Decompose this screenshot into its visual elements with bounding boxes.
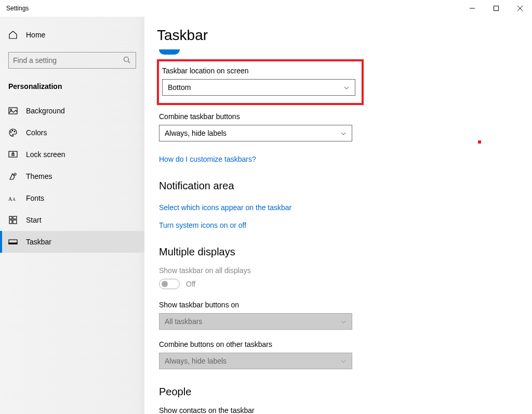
buttons-on-label: Show taskbar buttons on [159,301,532,309]
svg-point-8 [10,132,11,133]
partial-toggle-row [157,47,532,57]
start-icon [8,215,18,225]
multiple-heading: Multiple displays [157,246,532,258]
sidebar-item-label: Colors [26,128,47,137]
location-value: Bottom [168,83,191,92]
svg-rect-19 [13,220,17,224]
home-label: Home [26,31,45,39]
svg-point-13 [14,173,16,175]
maximize-icon [494,6,499,11]
category-label: Personalization [0,78,144,100]
minimize-button[interactable] [460,0,484,17]
svg-point-4 [124,57,129,62]
svg-rect-12 [12,154,14,156]
search-box[interactable] [8,52,136,69]
sidebar-item-background[interactable]: Background [0,100,144,122]
sidebar-item-label: Fonts [26,194,44,202]
svg-text:A: A [12,197,16,202]
window-title: Settings [6,5,29,12]
svg-rect-17 [13,216,17,219]
show-all-toggle [159,279,180,289]
close-icon [517,6,523,11]
sidebar-item-label: Start [26,216,42,224]
minimize-icon [470,6,475,11]
svg-line-5 [128,61,130,63]
sidebar-item-lock-screen[interactable]: Lock screen [0,144,144,165]
buttons-on-value: All taskbars [165,317,202,326]
svg-rect-1 [494,6,499,11]
home-icon [8,30,18,40]
taskbar-icon [8,237,18,247]
lock-screen-icon [8,150,18,159]
combine-select[interactable]: Always, hide labels [159,125,352,141]
select-icons-link[interactable]: Select which icons appear on the taskbar [159,203,291,212]
notification-heading: Notification area [157,180,532,192]
svg-rect-16 [9,216,12,219]
content-area: Taskbar Taskbar location on screen Botto… [144,17,532,414]
chevron-down-icon [343,84,350,90]
sidebar-item-label: Lock screen [26,150,65,159]
show-all-label: Show taskbar on all displays [157,266,532,275]
window-controls [460,0,532,17]
sidebar-item-label: Taskbar [26,238,51,246]
buttons-on-select: All taskbars [159,313,352,330]
show-all-state: Off [186,280,195,288]
maximize-button[interactable] [484,0,508,17]
picture-icon [8,106,18,115]
sidebar-item-themes[interactable]: Themes [0,165,144,187]
fonts-icon: AA [8,193,18,203]
palette-icon [8,128,18,137]
svg-rect-21 [9,243,17,244]
show-contacts-label: Show contacts on the taskbar [157,406,532,414]
sidebar-item-label: Themes [26,172,52,180]
highlight-annotation: Taskbar location on screen Bottom [157,59,364,105]
search-input[interactable] [13,56,123,64]
combine-value: Always, hide labels [165,129,227,137]
page-title: Taskbar [157,27,532,44]
chevron-down-icon [340,318,347,325]
combine-other-label: Combine buttons on other taskbars [159,340,532,348]
home-nav[interactable]: Home [0,25,144,45]
svg-point-10 [14,131,15,132]
sidebar: Home Personalization Background Colors L… [0,17,144,414]
system-icons-link[interactable]: Turn system icons on or off [159,221,246,229]
people-heading: People [157,386,532,398]
location-label: Taskbar location on screen [162,67,356,75]
svg-text:A: A [8,196,12,202]
sidebar-item-taskbar[interactable]: Taskbar [0,231,144,253]
svg-point-9 [12,130,13,131]
search-icon [123,56,131,64]
themes-icon [8,172,18,181]
close-button[interactable] [508,0,532,17]
partial-toggle[interactable] [159,49,180,55]
customize-link[interactable]: How do I customize taskbars? [159,155,256,163]
chevron-down-icon [340,130,347,136]
annotation-dot [478,140,481,144]
combine-other-value: Always, hide labels [165,357,227,365]
sidebar-item-label: Background [26,107,65,115]
sidebar-item-fonts[interactable]: AA Fonts [0,187,144,209]
svg-point-7 [10,109,12,111]
combine-label: Combine taskbar buttons [159,112,532,121]
location-select[interactable]: Bottom [162,79,355,96]
sidebar-item-start[interactable]: Start [0,209,144,231]
combine-other-select: Always, hide labels [159,353,352,369]
sidebar-item-colors[interactable]: Colors [0,122,144,144]
svg-rect-18 [9,220,12,224]
chevron-down-icon [340,358,347,364]
titlebar: Settings [0,0,532,17]
